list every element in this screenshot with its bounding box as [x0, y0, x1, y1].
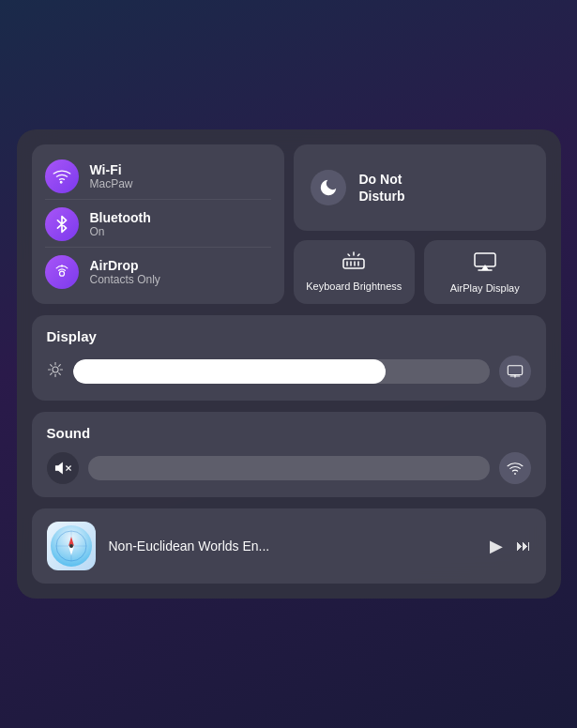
brightness-icon — [47, 361, 64, 382]
svg-rect-20 — [508, 366, 522, 375]
wifi-text: Wi-Fi MacPaw — [90, 162, 133, 190]
wifi-icon-circle — [45, 159, 79, 193]
airplay-audio-button[interactable] — [499, 452, 531, 484]
mute-icon-circle — [47, 452, 79, 484]
display-title: Display — [47, 328, 531, 344]
small-buttons: Keyboard Brightness AirPlay Display — [294, 240, 546, 304]
svg-line-16 — [50, 365, 52, 367]
playback-controls: ▶ ⏭ — [490, 536, 531, 556]
keyboard-brightness-label: Keyboard Brightness — [306, 280, 402, 293]
top-section: Wi-Fi MacPaw Bluetooth On — [32, 144, 546, 304]
svg-line-18 — [58, 365, 60, 367]
airdrop-item[interactable]: AirDrop Contacts Only — [45, 250, 271, 295]
network-panel: Wi-Fi MacPaw Bluetooth On — [32, 144, 284, 304]
bluetooth-item[interactable]: Bluetooth On — [45, 202, 271, 248]
sound-title: Sound — [47, 425, 531, 441]
dnd-title: Do NotDisturb — [359, 171, 405, 205]
display-section: Display — [32, 315, 546, 401]
display-mirror-button[interactable] — [499, 356, 531, 387]
skip-forward-button[interactable]: ⏭ — [516, 538, 531, 554]
airplay-display-label: AirPlay Display — [450, 281, 520, 295]
display-slider-row — [47, 356, 531, 387]
svg-rect-9 — [475, 253, 495, 266]
airdrop-title: AirDrop — [90, 258, 160, 273]
wifi-item[interactable]: Wi-Fi MacPaw — [45, 154, 271, 200]
airdrop-icon-circle — [45, 255, 79, 289]
svg-point-27 — [514, 473, 516, 475]
airplay-audio-icon — [507, 460, 524, 477]
airplay-display-button[interactable]: AirPlay Display — [424, 240, 546, 304]
keyboard-brightness-icon — [342, 251, 366, 274]
safari-app-icon — [47, 522, 96, 570]
wifi-icon — [53, 167, 71, 186]
dnd-icon-circle — [311, 170, 346, 205]
wifi-title: Wi-Fi — [90, 162, 133, 177]
svg-line-8 — [358, 254, 360, 256]
svg-point-0 — [59, 271, 64, 276]
bluetooth-text: Bluetooth On — [90, 210, 151, 238]
brightness-fill — [73, 359, 386, 384]
mute-icon — [54, 460, 71, 477]
airdrop-subtitle: Contacts Only — [90, 273, 160, 286]
svg-line-19 — [50, 373, 52, 375]
bluetooth-subtitle: On — [90, 225, 151, 238]
svg-point-11 — [53, 367, 58, 372]
do-not-disturb-button[interactable]: Do NotDisturb — [294, 144, 546, 231]
now-playing-title: Non-Euclidean Worlds En... — [109, 538, 477, 554]
bluetooth-icon-circle — [45, 207, 79, 241]
play-button[interactable]: ▶ — [490, 536, 503, 556]
control-center: Wi-Fi MacPaw Bluetooth On — [17, 129, 561, 599]
bluetooth-icon — [53, 215, 71, 234]
volume-slider[interactable] — [88, 456, 490, 480]
svg-point-34 — [69, 544, 73, 548]
svg-marker-23 — [55, 463, 62, 474]
airdrop-icon — [53, 263, 71, 281]
right-panel: Do NotDisturb — [294, 144, 546, 304]
sound-section: Sound — [32, 412, 546, 497]
brightness-slider[interactable] — [73, 359, 490, 384]
airdrop-text: AirDrop Contacts Only — [90, 258, 160, 286]
wifi-subtitle: MacPaw — [90, 177, 133, 190]
now-playing-section: Non-Euclidean Worlds En... ▶ ⏭ — [32, 508, 546, 584]
svg-line-7 — [348, 254, 350, 256]
bluetooth-title: Bluetooth — [90, 210, 151, 225]
keyboard-brightness-button[interactable]: Keyboard Brightness — [294, 240, 416, 304]
moon-icon — [318, 177, 339, 198]
airplay-display-icon — [473, 251, 497, 276]
svg-line-17 — [58, 373, 60, 375]
sound-slider-row — [47, 452, 531, 484]
